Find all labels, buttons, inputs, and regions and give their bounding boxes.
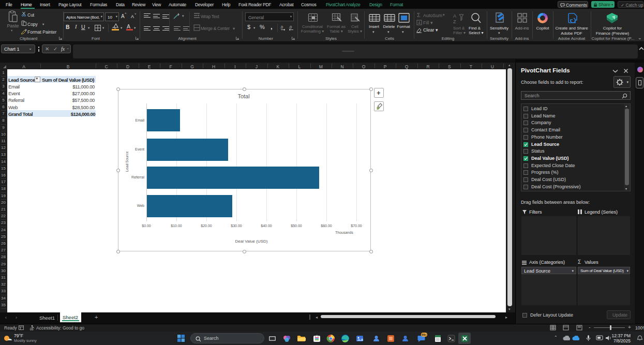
svg-text:Z: Z [453, 19, 456, 24]
svg-text:.0: .0 [280, 25, 283, 29]
svg-text:.0: .0 [289, 25, 292, 29]
svg-text:A: A [453, 13, 456, 19]
